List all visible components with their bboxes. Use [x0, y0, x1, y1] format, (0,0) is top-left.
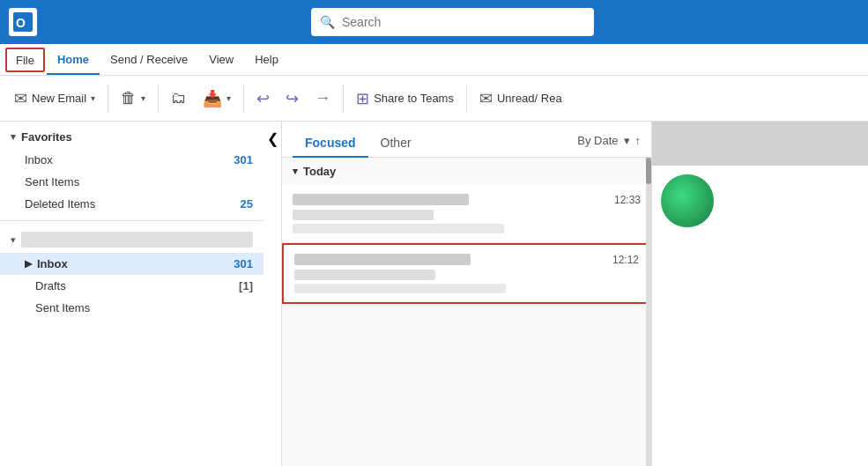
menu-bar: File Home Send / Receive View Help: [0, 44, 868, 76]
toolbar-sep-1: [108, 85, 108, 113]
toolbar: ✉ New Email ▾ 🗑 ▾ 🗂 📥 ▾ ↩ ↪ → ⊞ Share to…: [0, 76, 868, 122]
collapse-icon: ❮: [267, 130, 278, 147]
move-button[interactable]: 📥 ▾: [196, 81, 238, 116]
preview-avatar-image: [661, 174, 714, 227]
sidebar-item-inbox[interactable]: Inbox 301: [0, 149, 263, 171]
email-1-sender-blurred: [293, 194, 469, 205]
sidebar-inbox-main-badge: 301: [234, 257, 253, 270]
sidebar-item-sent-main[interactable]: Sent Items: [0, 297, 263, 319]
menu-home[interactable]: Home: [47, 44, 100, 75]
scrollbar-track[interactable]: [646, 158, 651, 466]
delete-button[interactable]: 🗑 ▾: [114, 81, 152, 116]
sidebar-deleted-badge: 25: [241, 197, 253, 211]
unread-read-button[interactable]: ✉ Unread/ Rea: [472, 81, 569, 116]
undo-all-button[interactable]: ↪: [278, 81, 306, 116]
preview-header-blurred: [652, 122, 868, 166]
account-chevron: ▾: [11, 234, 16, 246]
email-2-sender-blurred: [294, 254, 471, 265]
preview-panel: [652, 122, 868, 466]
sidebar-item-sent[interactable]: Sent Items: [0, 171, 263, 193]
email-section-today[interactable]: ▾ Today: [282, 158, 651, 185]
move-dropdown-arrow[interactable]: ▾: [226, 93, 231, 103]
unread-read-icon: ✉: [479, 89, 493, 108]
email-item-1[interactable]: 12:33: [282, 185, 651, 243]
email-1-preview-blurred: [293, 224, 504, 233]
toolbar-sep-4: [343, 85, 344, 113]
menu-help[interactable]: Help: [244, 44, 289, 75]
delete-dropdown-arrow[interactable]: ▾: [141, 93, 145, 103]
search-bar[interactable]: 🔍: [311, 8, 594, 36]
archive-button[interactable]: 🗂: [164, 81, 194, 116]
sort-direction-icon: ↑: [635, 134, 642, 147]
sidebar-sent-main-label: Sent Items: [35, 301, 90, 314]
email-list-panel: Focused Other By Date ▾ ↑ ▾ Today: [282, 122, 652, 466]
favorites-chevron: ▾: [11, 131, 16, 143]
tab-other[interactable]: Other: [368, 129, 424, 157]
delete-icon: 🗑: [121, 89, 137, 107]
share-teams-button[interactable]: ⊞ Share to Teams: [349, 81, 461, 116]
main-content: ▾ Favorites Inbox 301 Sent Items Deleted…: [0, 122, 868, 466]
sort-label: By Date: [577, 134, 618, 147]
email-item-1-top: 12:33: [293, 194, 641, 233]
share-teams-label: Share to Teams: [374, 92, 454, 105]
menu-send-receive[interactable]: Send / Receive: [100, 44, 198, 75]
menu-file[interactable]: File: [5, 48, 45, 72]
favorites-header[interactable]: ▾ Favorites: [0, 122, 263, 149]
toolbar-sep-3: [243, 85, 244, 113]
sort-area[interactable]: By Date ▾ ↑: [577, 134, 641, 152]
undo-icon: ↩: [256, 89, 270, 108]
inbox-expand-icon: ▶: [25, 258, 32, 270]
outlook-icon: O: [9, 8, 37, 36]
new-email-dropdown-arrow[interactable]: ▾: [91, 93, 95, 103]
email-item-2-top: 12:12: [294, 254, 639, 293]
undo-button[interactable]: ↩: [249, 81, 277, 116]
sidebar-sent-label: Sent Items: [25, 175, 79, 189]
email-2-time: 12:12: [612, 254, 639, 293]
archive-icon: 🗂: [171, 89, 187, 107]
sidebar-inbox-badge: 301: [234, 153, 253, 166]
search-input[interactable]: [342, 15, 585, 29]
favorites-section: ▾ Favorites Inbox 301 Sent Items Deleted…: [0, 122, 263, 215]
move-icon: 📥: [203, 89, 222, 108]
sidebar-inbox-label: Inbox: [25, 153, 53, 166]
forward-button[interactable]: →: [308, 81, 338, 116]
sidebar: ▾ Favorites Inbox 301 Sent Items Deleted…: [0, 122, 282, 466]
email-item-2[interactable]: 12:12: [282, 243, 651, 304]
today-label: Today: [303, 165, 336, 178]
scrollbar-thumb[interactable]: [646, 158, 651, 184]
toolbar-sep-2: [158, 85, 159, 113]
sidebar-item-drafts[interactable]: Drafts [1]: [0, 275, 263, 297]
email-2-subject-blurred: [294, 270, 435, 280]
sidebar-collapse-button[interactable]: ❮: [263, 122, 281, 319]
svg-text:O: O: [16, 16, 26, 30]
sidebar-divider-1: [0, 220, 263, 221]
account-section: ▾: [0, 226, 263, 253]
email-tabs: Focused Other By Date ▾ ↑: [282, 122, 651, 158]
toolbar-sep-5: [466, 85, 467, 113]
email-1-subject-blurred: [293, 210, 434, 220]
forward-icon: →: [315, 89, 330, 107]
favorites-label: Favorites: [21, 130, 72, 144]
sort-dropdown-icon: ▾: [624, 134, 630, 147]
search-icon: 🔍: [320, 15, 335, 29]
undo-all-icon: ↪: [286, 89, 299, 108]
title-bar: O 🔍: [0, 0, 868, 44]
email-2-preview-blurred: [294, 284, 506, 293]
account-label-blurred: [21, 232, 253, 248]
sidebar-inbox-main-label: Inbox: [37, 257, 68, 270]
new-email-icon: ✉: [14, 89, 27, 108]
sidebar-deleted-label: Deleted Items: [25, 197, 95, 211]
teams-icon: ⊞: [356, 89, 369, 108]
sidebar-item-deleted[interactable]: Deleted Items 25: [0, 193, 263, 215]
preview-avatar: [661, 174, 714, 227]
sidebar-drafts-label: Drafts: [35, 279, 66, 292]
menu-view[interactable]: View: [198, 44, 244, 75]
today-chevron: ▾: [293, 166, 298, 177]
new-email-button[interactable]: ✉ New Email ▾: [7, 81, 102, 116]
new-email-label: New Email: [32, 92, 86, 105]
unread-read-label: Unread/ Rea: [497, 92, 562, 105]
sidebar-item-inbox-main[interactable]: ▶ Inbox 301: [0, 253, 263, 275]
tab-focused[interactable]: Focused: [293, 129, 368, 157]
sidebar-drafts-badge: [1]: [239, 279, 253, 292]
email-1-time: 12:33: [614, 194, 641, 233]
